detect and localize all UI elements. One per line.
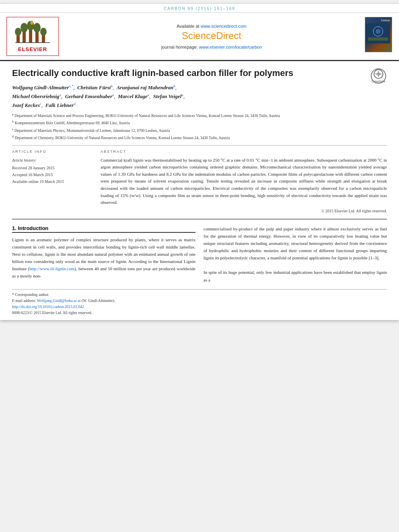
- divider-1: [12, 145, 387, 146]
- journal-homepage-text: journal homepage: www.elsevier.com/locat…: [161, 45, 262, 49]
- author-8: Jozef Keckes: [12, 102, 40, 108]
- author-9-sup: d: [74, 102, 76, 106]
- introduction-section: 1. Introduction Lignin is an aromatic po…: [12, 225, 387, 283]
- author-6: Marcel Kluge: [118, 93, 147, 99]
- journal-header-bar: CARBON 89 (2015) 161–168: [0, 4, 399, 12]
- article-title: Electrically conductive kraft lignin-bas…: [12, 68, 387, 79]
- copyright-text: © 2015 Elsevier Ltd. All rights reserved…: [101, 209, 387, 213]
- email-note: E-mail address: Wolfgang.Gindl@boku.ac.a…: [12, 298, 387, 304]
- center-header: Available at www.sciencedirect.com Scien…: [63, 17, 360, 56]
- available-online: Available online 19 March 2015: [12, 179, 64, 184]
- author-5: Gerhard Emsenhuber: [65, 93, 112, 99]
- author-2-sup: b: [111, 84, 113, 88]
- section-heading-text: Introduction: [18, 225, 48, 231]
- doi-note: http://dx.doi.org/10.1016/j.carbon.2015.…: [12, 304, 387, 310]
- author-1-sup: a,*: [69, 84, 73, 88]
- abstract-col: ABSTRACT Commercial kraft lignin was the…: [101, 150, 387, 213]
- intro-right-text-2: In spite of its huge potential, only few…: [204, 269, 387, 283]
- abstract-heading: ABSTRACT: [101, 150, 387, 154]
- ili-lignin-link[interactable]: http://www.ili-lignin.com: [29, 266, 74, 271]
- author-5-sup: a: [112, 93, 114, 97]
- journal-citation: CARBON 89 (2015) 161–168: [164, 6, 235, 11]
- email-label: E-mail address:: [12, 299, 36, 303]
- history-label: Article history:: [12, 157, 93, 164]
- crossmark-icon: [374, 69, 383, 79]
- info-abstract-section: ARTICLE INFO Article history: Received 2…: [12, 150, 387, 213]
- issn-note: 0008-6223/© 2015 Elsevier Ltd. All right…: [12, 310, 387, 316]
- author-3: Arunjunai raj Mahendran: [117, 84, 174, 90]
- email-suffix: (W. Gindl-Altmutter).: [82, 299, 115, 303]
- svg-point-1: [15, 28, 21, 36]
- journal-cover-image: Carbon: [365, 17, 392, 52]
- svg-marker-12: [31, 21, 33, 21]
- intro-left-text: Lignin is an aromatic polymer of complex…: [12, 236, 195, 280]
- elsevier-tree-icon: [14, 21, 51, 45]
- cover-title-label: Carbon: [381, 19, 390, 22]
- affiliations: a Department of Materials Science and Pr…: [12, 112, 387, 141]
- author-1: Wolfgang Gindl-Altmutter: [12, 84, 69, 90]
- email-link[interactable]: Wolfgang.Gindl@boku.ac.at: [37, 299, 81, 303]
- author-6-sup: a: [148, 93, 150, 97]
- section-1-title: 1. Introduction: [12, 225, 195, 233]
- svg-point-3: [21, 23, 28, 33]
- author-4: Michael Obersriebnig: [12, 93, 59, 99]
- section-number: 1.: [12, 225, 16, 231]
- divider-thick: [12, 219, 387, 220]
- svg-point-15: [376, 29, 380, 34]
- received-date: Received 28 January 2015: [12, 166, 55, 170]
- authors-line: Wolfgang Gindl-Altmuttera,*, Christian F…: [12, 83, 387, 110]
- page: CARBON 89 (2015) 161–168: [0, 4, 399, 320]
- article-info-col: ARTICLE INFO Article history: Received 2…: [12, 150, 93, 213]
- author-3-sup: b: [173, 84, 175, 88]
- crossmark-text: CrossMark: [372, 80, 385, 83]
- svg-point-9: [40, 28, 47, 36]
- affiliation-a: a Department of Materials Science and Pr…: [12, 112, 387, 119]
- article-info-heading: ARTICLE INFO: [12, 150, 93, 154]
- author-7-sup: a: [181, 93, 183, 97]
- affiliation-c: c Department of Materials Physics, Monta…: [12, 127, 387, 134]
- crossmark-badge[interactable]: CrossMark: [371, 68, 387, 84]
- body-right-col: commercialised by-product of the pulp an…: [204, 225, 387, 283]
- affiliation-d: d Department of Chemistry, BOKU-Universi…: [12, 134, 387, 141]
- doi-link[interactable]: http://dx.doi.org/10.1016/j.carbon.2015.…: [12, 305, 84, 309]
- svg-point-7: [33, 23, 41, 33]
- accepted-date: Accepted 16 March 2015: [12, 173, 53, 177]
- body-left-col: 1. Introduction Lignin is an aromatic po…: [12, 225, 195, 283]
- svg-rect-11: [31, 21, 33, 25]
- author-8-sup: c: [40, 102, 41, 106]
- sciencedirect-logo[interactable]: ScienceDirect: [182, 30, 241, 41]
- svg-rect-16: [368, 37, 388, 41]
- body-two-col: 1. Introduction Lignin is an aromatic po…: [12, 225, 387, 283]
- available-at-text: Available at www.sciencedirect.com: [177, 24, 247, 29]
- author-9: Falk Liebner: [45, 102, 74, 108]
- author-7: Stefan Veigel: [153, 93, 181, 99]
- content-area: CrossMark Electrically conductive kraft …: [0, 61, 399, 320]
- footnotes: * Corresponding author. E-mail address: …: [12, 289, 387, 316]
- author-2: Christian Fürst: [77, 84, 111, 90]
- header-section: ELSEVIER Available at www.sciencedirect.…: [0, 12, 399, 61]
- corresponding-author-note: * Corresponding author.: [12, 292, 387, 298]
- author-4-sup: a: [59, 93, 61, 97]
- sciencedirect-url[interactable]: www.sciencedirect.com: [201, 24, 247, 29]
- journal-homepage-url[interactable]: www.elsevier.com/locate/carbon: [199, 45, 262, 49]
- corresponding-label: * Corresponding author.: [12, 293, 49, 297]
- cover-graphic: [366, 23, 390, 43]
- elsevier-logo-box: ELSEVIER: [6, 17, 59, 56]
- abstract-text: Commercial kraft lignin was thermostabil…: [101, 157, 387, 206]
- journal-cover: Carbon: [364, 17, 393, 56]
- affiliation-b: b Kompetenzzentrum Holz GmbH, Altenberge…: [12, 119, 387, 126]
- article-info-content: Article history: Received 28 January 201…: [12, 157, 93, 185]
- elsevier-brand-text: ELSEVIER: [18, 46, 47, 52]
- intro-right-text: commercialised by-product of the pulp an…: [204, 225, 387, 262]
